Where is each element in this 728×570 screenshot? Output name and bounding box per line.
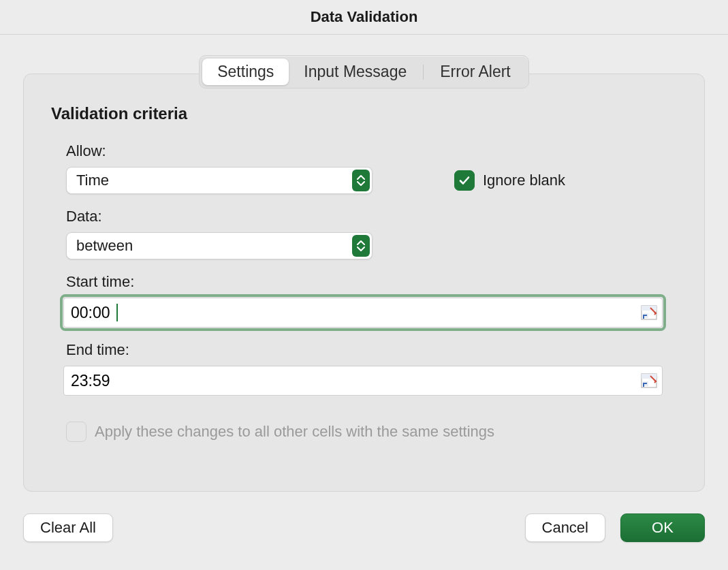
tab-input-message-label: Input Message bbox=[304, 63, 407, 80]
clear-all-button[interactable]: Clear All bbox=[23, 513, 113, 542]
apply-all-checkbox bbox=[66, 422, 86, 442]
start-time-label: Start time: bbox=[66, 273, 677, 291]
start-time-input-wrap bbox=[63, 298, 663, 328]
settings-panel: Validation criteria Allow: Time bbox=[23, 74, 705, 492]
tab-error-alert-label: Error Alert bbox=[440, 63, 511, 80]
tab-settings[interactable]: Settings bbox=[202, 59, 289, 85]
tab-input-message[interactable]: Input Message bbox=[289, 59, 422, 85]
tab-settings-label: Settings bbox=[217, 63, 274, 80]
data-label: Data: bbox=[66, 208, 677, 225]
cancel-label: Cancel bbox=[542, 519, 588, 537]
checkmark-icon bbox=[458, 174, 471, 187]
tab-error-alert[interactable]: Error Alert bbox=[425, 59, 526, 85]
apply-all-block: Apply these changes to all other cells w… bbox=[66, 422, 677, 442]
cancel-button[interactable]: Cancel bbox=[525, 513, 605, 542]
allow-select-value: Time bbox=[76, 172, 109, 189]
allow-label: Allow: bbox=[66, 142, 677, 160]
dialog-titlebar: Data Validation bbox=[0, 0, 728, 35]
ok-button[interactable]: OK bbox=[620, 513, 705, 542]
allow-block: Allow: Time Ignore blank bbox=[66, 142, 677, 194]
clear-all-label: Clear All bbox=[40, 519, 96, 537]
dialog-title: Data Validation bbox=[311, 8, 418, 26]
start-time-block: Start time: bbox=[66, 273, 677, 328]
ok-label: OK bbox=[652, 519, 674, 537]
section-title: Validation criteria bbox=[51, 104, 677, 123]
ignore-blank-checkbox[interactable] bbox=[454, 170, 475, 191]
end-time-input-wrap bbox=[63, 366, 663, 396]
data-block: Data: between bbox=[66, 208, 677, 259]
ignore-blank-label: Ignore blank bbox=[483, 172, 565, 189]
start-time-input[interactable] bbox=[63, 298, 663, 328]
dialog-body: Settings Input Message Error Alert Valid… bbox=[0, 35, 728, 554]
ignore-blank-row: Ignore blank bbox=[454, 170, 565, 191]
end-time-block: End time: bbox=[66, 341, 677, 396]
tabbar-wrap: Settings Input Message Error Alert bbox=[23, 55, 705, 89]
end-time-input[interactable] bbox=[63, 366, 663, 396]
tab-separator bbox=[423, 65, 424, 80]
range-picker-icon[interactable] bbox=[641, 305, 657, 320]
svg-rect-1 bbox=[642, 306, 656, 311]
updown-stepper-icon bbox=[352, 170, 370, 191]
apply-all-label: Apply these changes to all other cells w… bbox=[95, 423, 494, 441]
allow-select[interactable]: Time bbox=[66, 167, 373, 194]
end-time-label: End time: bbox=[66, 341, 677, 359]
updown-stepper-icon bbox=[352, 235, 370, 257]
dialog-footer: Clear All Cancel OK bbox=[23, 513, 705, 542]
data-select-value: between bbox=[76, 237, 133, 255]
data-select[interactable]: between bbox=[66, 232, 373, 259]
range-picker-icon[interactable] bbox=[641, 373, 657, 388]
tabbar: Settings Input Message Error Alert bbox=[199, 55, 529, 89]
svg-rect-4 bbox=[642, 374, 656, 379]
